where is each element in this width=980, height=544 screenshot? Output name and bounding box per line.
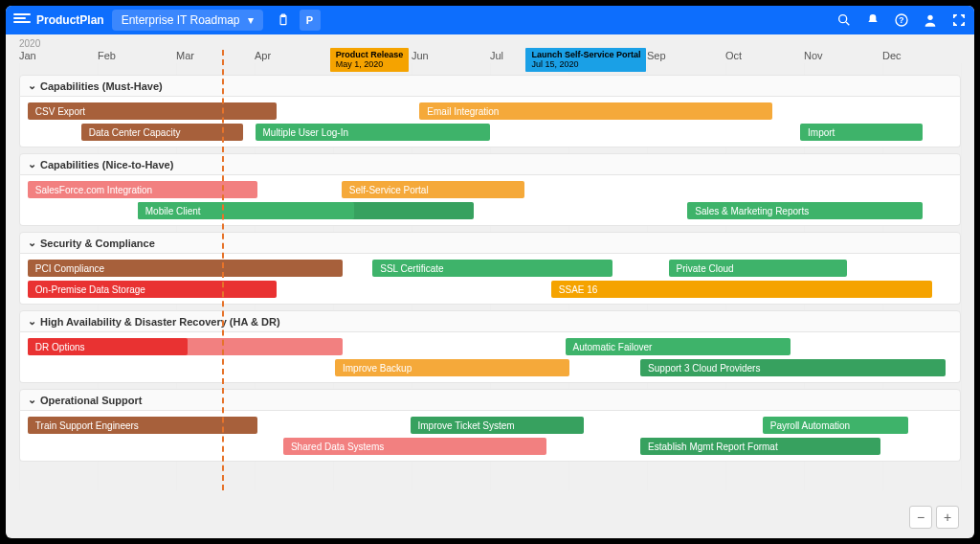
- year-label: 2020: [19, 38, 40, 49]
- roadmap-bar[interactable]: Email Integration: [419, 102, 771, 120]
- roadmap-bar[interactable]: Support 3 Cloud Providers: [640, 359, 946, 376]
- milestone-marker[interactable]: Product ReleaseMay 1, 2020: [330, 48, 410, 72]
- search-icon[interactable]: [836, 12, 852, 28]
- section-body: Train Support EngineersImprove Ticket Sy…: [19, 411, 961, 462]
- zoom-controls: − +: [909, 506, 959, 529]
- brand: ProductPlan: [13, 13, 104, 27]
- clipboard-icon[interactable]: [273, 10, 294, 31]
- chevron-down-icon: ⌄: [28, 315, 36, 328]
- chevron-down-icon: ⌄: [28, 394, 36, 406]
- roadmap-bar[interactable]: Data Center Capacity: [81, 124, 243, 141]
- month-label: Feb: [98, 50, 176, 63]
- month-label: Jun: [412, 50, 490, 63]
- svg-text:?: ?: [899, 15, 903, 25]
- month-label: Jan: [19, 50, 98, 63]
- lane-row: PCI ComplianceSSL CertificatePrivate Clo…: [20, 258, 960, 279]
- section-body: CSV ExportEmail IntegrationData Center C…: [19, 97, 961, 147]
- user-icon[interactable]: [923, 12, 938, 28]
- roadmap-bar[interactable]: Shared Data Systems: [283, 438, 546, 455]
- roadmap-bar[interactable]: Import: [800, 124, 923, 141]
- bell-icon[interactable]: [865, 12, 880, 28]
- month-label: Dec: [882, 50, 961, 63]
- lane-row: CSV ExportEmail Integration: [20, 101, 960, 122]
- lane-row: Data Center CapacityMultiple User Log-In…: [20, 122, 960, 143]
- month-label: Nov: [804, 50, 882, 63]
- roadmap-bar[interactable]: CSV Export: [28, 102, 277, 120]
- roadmap-bar[interactable]: Automatic Failover: [566, 338, 791, 355]
- section-body: SalesForce.com IntegrationSelf-Service P…: [19, 175, 961, 226]
- month-axis: JanFebMarAprMJunJulAugSepOctNovDec: [19, 50, 961, 63]
- svg-point-6: [927, 15, 932, 20]
- roadmap-bar[interactable]: Multiple User Log-In: [256, 124, 491, 141]
- roadmap-bar[interactable]: Improve Backup: [335, 359, 570, 376]
- chevron-down-icon: ▾: [248, 13, 254, 27]
- topbar: ProductPlan Enterprise IT Roadmap ▾ P ?: [6, 6, 974, 34]
- roadmap-bar[interactable]: PCI Compliance: [28, 260, 343, 277]
- svg-line-3: [846, 22, 849, 25]
- section-header[interactable]: ⌄High Availability & Disaster Recovery (…: [19, 310, 961, 332]
- month-label: Apr: [255, 50, 333, 63]
- roadmap-bar[interactable]: On-Premise Data Storage: [28, 281, 277, 298]
- parking-icon[interactable]: P: [300, 10, 321, 31]
- lane-row: SalesForce.com IntegrationSelf-Service P…: [20, 179, 960, 200]
- section-body: DR OptionsAutomatic FailoverImprove Back…: [19, 332, 961, 383]
- section-header[interactable]: ⌄Capabilities (Must-Have): [19, 75, 961, 97]
- zoom-out-button[interactable]: −: [909, 506, 932, 529]
- brand-icon: [13, 13, 31, 27]
- chevron-down-icon: ⌄: [28, 79, 36, 92]
- lane-row: Train Support EngineersImprove Ticket Sy…: [20, 415, 960, 436]
- lane-row: Mobile ClientSales & Marketing Reports: [20, 200, 960, 221]
- svg-point-2: [839, 15, 847, 23]
- chevron-down-icon: ⌄: [28, 237, 36, 249]
- lane-row: Improve BackupSupport 3 Cloud Providers: [20, 357, 960, 378]
- month-label: Mar: [176, 50, 255, 63]
- section-body: PCI ComplianceSSL CertificatePrivate Clo…: [19, 254, 961, 305]
- milestone-marker[interactable]: Launch Self-Service PortalJul 15, 2020: [525, 48, 646, 72]
- roadmap-bar[interactable]: Improve Ticket System: [411, 417, 585, 434]
- roadmap-bar[interactable]: SSL Certificate: [372, 260, 612, 277]
- toolbar-right: ?: [836, 12, 967, 28]
- fullscreen-icon[interactable]: [951, 12, 967, 28]
- zoom-in-button[interactable]: +: [936, 506, 959, 529]
- roadmap-bar[interactable]: Mobile Client: [138, 202, 354, 219]
- lane-row: On-Premise Data StorageSSAE 16: [20, 279, 960, 300]
- roadmap-bar[interactable]: Self-Service Portal: [342, 181, 524, 198]
- month-label: Oct: [725, 50, 804, 63]
- timeline[interactable]: 2020 JanFebMarAprMJunJulAugSepOctNovDec …: [6, 34, 974, 538]
- brand-name: ProductPlan: [36, 13, 104, 27]
- month-label: Sep: [647, 50, 725, 63]
- roadmap-selector[interactable]: Enterprise IT Roadmap ▾: [112, 10, 263, 31]
- lanes: ⌄Capabilities (Must-Have)CSV ExportEmail…: [19, 69, 961, 462]
- lane-row: Shared Data SystemsEstablish Mgmt Report…: [20, 436, 960, 457]
- roadmap-bar[interactable]: Establish Mgmt Report Format: [640, 438, 880, 455]
- chevron-down-icon: ⌄: [28, 158, 36, 170]
- roadmap-bar[interactable]: SSAE 16: [551, 281, 932, 298]
- roadmap-bar[interactable]: DR Options: [28, 338, 188, 355]
- section-header[interactable]: ⌄Operational Support: [19, 389, 961, 411]
- roadmap-bar[interactable]: Sales & Marketing Reports: [687, 202, 923, 219]
- roadmap-bar[interactable]: Payroll Automation: [763, 417, 908, 434]
- roadmap-bar[interactable]: Private Cloud: [669, 260, 848, 277]
- section-header[interactable]: ⌄Security & Compliance: [19, 232, 961, 254]
- lane-row: DR OptionsAutomatic Failover: [20, 336, 960, 357]
- roadmap-name: Enterprise IT Roadmap: [122, 13, 240, 27]
- today-line: [222, 50, 224, 490]
- help-icon[interactable]: ?: [894, 12, 909, 28]
- section-header[interactable]: ⌄Capabilities (Nice-to-Have): [19, 153, 961, 175]
